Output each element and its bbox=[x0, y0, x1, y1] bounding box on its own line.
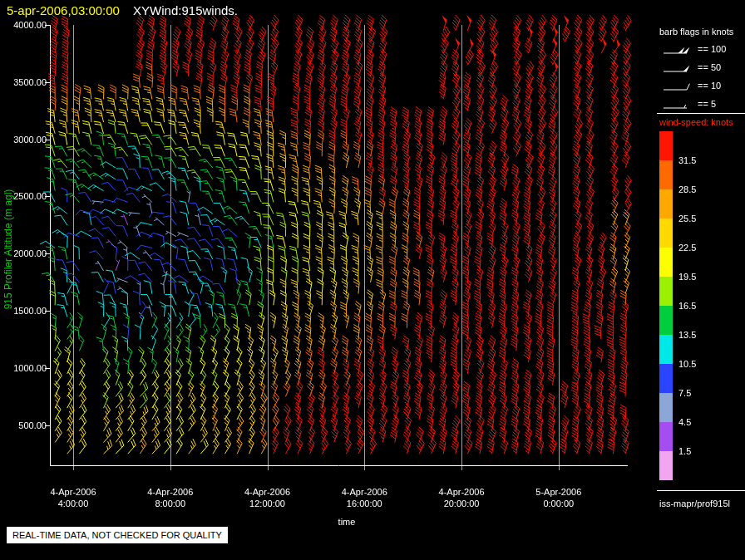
y-tick-label: 500.00 bbox=[0, 420, 47, 430]
colorbar-segment bbox=[659, 393, 673, 422]
colorbar-value-label: 19.5 bbox=[678, 272, 696, 282]
x-tick-text: 4-Apr-2006 bbox=[131, 486, 210, 498]
x-tick-text: 12:00:00 bbox=[228, 498, 308, 509]
colorbar-value-label: 1.5 bbox=[678, 446, 691, 456]
y-tick-label: 3500.00 bbox=[0, 77, 47, 87]
colorbar-segment bbox=[659, 248, 673, 277]
barb-legend-row: == 50 bbox=[659, 58, 721, 76]
barb-legend-label: == 5 bbox=[698, 99, 716, 109]
colorbar-title: wind-speed: knots bbox=[659, 117, 733, 127]
colorbar-value-label: 31.5 bbox=[678, 155, 696, 165]
colorbar-segment bbox=[659, 451, 673, 480]
colorbar-segment bbox=[659, 335, 673, 364]
x-tick-text: 4-Apr-2006 bbox=[33, 486, 113, 498]
wind-profiler-display: 5-apr-2006,03:00:00 XYWind:915winds. 915… bbox=[0, 0, 745, 560]
x-axis-title: time bbox=[297, 517, 397, 527]
colorbar-segment bbox=[659, 364, 673, 393]
wind-speed-colorbar: 31.528.525.522.519.516.513.510.57.54.51.… bbox=[659, 131, 745, 480]
colorbar-segment bbox=[659, 131, 673, 160]
x-tick-text: 4-Apr-2006 bbox=[422, 486, 501, 498]
title-timestamp: 5-apr-2006,03:00:00 bbox=[7, 3, 120, 17]
barb-symbol-50-icon bbox=[659, 58, 693, 76]
x-tick-text: 20:00:00 bbox=[422, 498, 501, 509]
barb-legend-label: == 50 bbox=[698, 62, 721, 72]
colorbar-value-label: 7.5 bbox=[678, 388, 691, 398]
colorbar-segment bbox=[659, 306, 673, 335]
colorbar-value-label: 28.5 bbox=[678, 184, 696, 194]
colorbar-segment bbox=[659, 189, 673, 219]
quality-warning-banner: REAL-TIME DATA, NOT CHECKED FOR QUALITY bbox=[7, 527, 228, 543]
colorbar-segment bbox=[659, 422, 673, 451]
barb-legend-row: == 5 bbox=[659, 95, 716, 113]
x-tick-text: 4:00:00 bbox=[33, 498, 113, 509]
x-tick-text: 4-Apr-2006 bbox=[228, 486, 308, 498]
x-tick-text: 16:00:00 bbox=[324, 498, 404, 509]
colorbar-segment bbox=[659, 160, 673, 189]
x-tick-label: 5-Apr-20060:00:00 bbox=[519, 486, 599, 509]
x-tick-label: 4-Apr-20068:00:00 bbox=[131, 486, 210, 509]
colorbar-value-label: 16.5 bbox=[678, 301, 696, 311]
barb-legend-row: == 10 bbox=[659, 76, 721, 95]
x-tick-label: 4-Apr-200616:00:00 bbox=[324, 486, 404, 509]
x-tick-label: 4-Apr-20064:00:00 bbox=[33, 486, 113, 509]
title-bar: 5-apr-2006,03:00:00 XYWind:915winds. bbox=[7, 3, 238, 17]
colorbar-value-label: 25.5 bbox=[678, 214, 696, 224]
y-tick-label: 1000.00 bbox=[0, 363, 47, 373]
x-tick-text: 4-Apr-2006 bbox=[324, 486, 404, 498]
y-tick-label: 2000.00 bbox=[0, 248, 47, 258]
x-tick-text: 0:00:00 bbox=[519, 498, 599, 509]
colorbar-segment bbox=[659, 219, 673, 248]
barb-legend-label: == 10 bbox=[698, 81, 721, 91]
y-tick-label: 3000.00 bbox=[0, 135, 47, 145]
colorbar-value-label: 10.5 bbox=[678, 359, 696, 369]
separator-line bbox=[657, 113, 745, 114]
page-title: XYWind:915winds. bbox=[133, 3, 238, 17]
x-tick-text: 5-Apr-2006 bbox=[519, 486, 599, 498]
barb-symbol-5-icon bbox=[659, 95, 693, 113]
barb-legend-row: == 100 bbox=[659, 40, 726, 58]
colorbar-segment bbox=[659, 277, 673, 306]
barb-legend-title: barb flags in knots bbox=[659, 27, 733, 37]
colorbar-value-label: 13.5 bbox=[678, 330, 696, 340]
barb-legend-label: == 100 bbox=[698, 44, 726, 54]
y-tick-label: 2500.00 bbox=[0, 191, 47, 201]
barb-symbol-100-icon bbox=[659, 40, 693, 58]
x-tick-text: 8:00:00 bbox=[131, 498, 210, 509]
x-tick-label: 4-Apr-200620:00:00 bbox=[422, 486, 501, 509]
x-tick-label: 4-Apr-200612:00:00 bbox=[228, 486, 308, 509]
colorbar-value-label: 4.5 bbox=[678, 417, 691, 427]
data-source-label: iss-mapr/prof915l bbox=[659, 499, 730, 508]
y-tick-label: 4000.00 bbox=[0, 20, 47, 30]
colorbar-value-label: 22.5 bbox=[678, 243, 696, 253]
separator-line bbox=[657, 490, 745, 491]
wind-barb-plot-canvas bbox=[0, 0, 745, 560]
y-tick-label: 1500.00 bbox=[0, 306, 47, 316]
barb-symbol-10-icon bbox=[659, 76, 693, 95]
